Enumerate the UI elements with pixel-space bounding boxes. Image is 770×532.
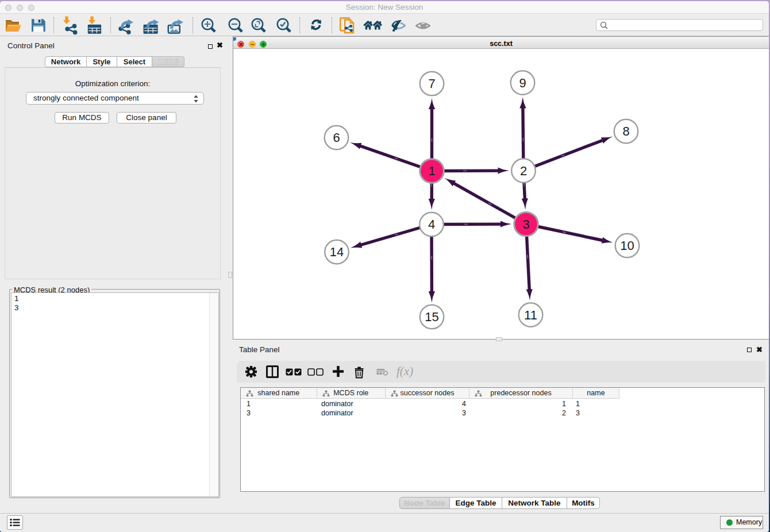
svg-text:10: 10	[620, 238, 634, 253]
svg-text:3: 3	[522, 217, 529, 232]
svg-text:1: 1	[428, 164, 435, 178]
svg-text:8: 8	[622, 124, 629, 138]
svg-text:14: 14	[330, 245, 344, 259]
svg-text:9: 9	[519, 76, 526, 90]
svg-text:2: 2	[520, 164, 527, 178]
svg-text:11: 11	[524, 308, 537, 322]
svg-text:7: 7	[428, 76, 435, 91]
svg-text:15: 15	[425, 310, 438, 324]
svg-text:4: 4	[428, 217, 435, 232]
svg-text:6: 6	[333, 130, 340, 145]
